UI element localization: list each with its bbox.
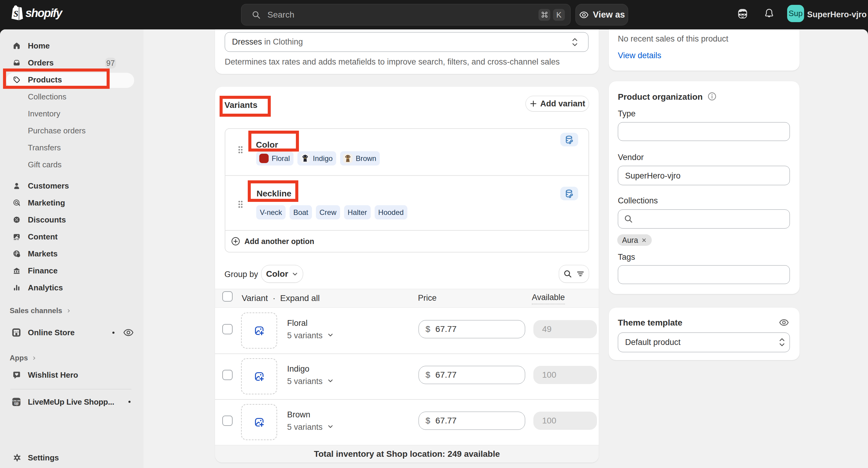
svg-text:$: $ bbox=[18, 254, 19, 257]
svg-text:up: up bbox=[14, 401, 19, 406]
svg-text:S: S bbox=[13, 9, 19, 19]
